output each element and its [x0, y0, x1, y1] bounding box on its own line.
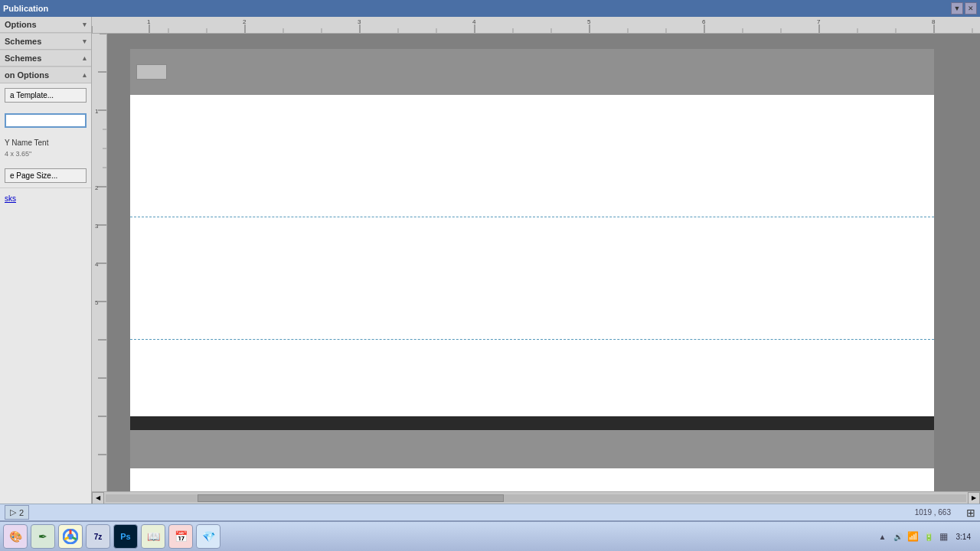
book-icon[interactable]: 📖 — [141, 524, 165, 549]
calendar-icon[interactable]: 📅 — [168, 524, 193, 549]
toolbar-placeholder — [136, 64, 167, 80]
page1-middle — [130, 217, 934, 340]
schemes1-header[interactable]: Schemes ▾ — [0, 34, 91, 50]
scrollbar-track[interactable] — [106, 494, 966, 502]
svg-text:5: 5 — [95, 299, 99, 306]
title-bar: Publication ▼ ✕ — [0, 0, 980, 17]
left-ruler-svg: 1 2 3 4 5 — [92, 34, 107, 491]
top-ruler: 1 2 3 4 5 — [92, 17, 980, 34]
system-tray: ▲ 🔊 📶 🔋 ▦ 3:14 — [874, 530, 977, 543]
svg-text:2: 2 — [95, 184, 99, 191]
svg-text:4: 4 — [95, 261, 99, 268]
svg-text:3: 3 — [95, 223, 99, 230]
page-number: 2 — [19, 508, 24, 517]
page1-top — [130, 95, 934, 217]
left-ruler: 1 2 3 4 5 — [92, 34, 107, 491]
svg-text:1: 1 — [147, 18, 151, 25]
document-content — [107, 34, 980, 491]
7zip-icon[interactable]: 7z — [86, 524, 110, 549]
paint-icon[interactable]: 🎨 — [3, 524, 28, 549]
svg-text:5: 5 — [587, 18, 591, 25]
minimize-button[interactable]: ▼ — [951, 2, 963, 15]
close-button[interactable]: ✕ — [965, 2, 977, 15]
title-bar-controls: ▼ ✕ — [951, 2, 977, 15]
title-bar-left: Publication — [3, 4, 48, 13]
app-title: Publication — [3, 4, 48, 13]
creation-options-header[interactable]: on Options ▴ — [0, 67, 91, 83]
schemes1-section: Schemes ▾ — [0, 34, 91, 51]
tasks-section: sks — [0, 188, 91, 504]
tray-network[interactable]: 📶 — [907, 530, 920, 543]
creation-options-arrow: ▴ — [83, 71, 87, 79]
svg-rect-35 — [92, 34, 107, 491]
page2-top-gray — [130, 430, 934, 468]
tray-speaker[interactable]: 🔊 — [892, 530, 904, 543]
svg-text:7: 7 — [817, 18, 821, 25]
cursor-icon: ▷ — [10, 507, 16, 517]
schemes1-arrow: ▾ — [83, 37, 87, 45]
schemes2-arrow: ▴ — [83, 54, 87, 62]
template-size-label: 4 x 3.65" — [5, 150, 87, 158]
content-area: Options ▾ Schemes ▾ Schemes ▴ — [0, 17, 980, 504]
cursor-y: 663 — [938, 508, 951, 517]
scroll-left-button[interactable]: ◀ — [92, 492, 104, 504]
status-bar: ▷ 2 1019 , 663 ⊞ — [0, 504, 980, 520]
page2-section1 — [130, 468, 934, 491]
scroll-right-button[interactable]: ▶ — [968, 492, 980, 504]
svg-text:6: 6 — [702, 18, 706, 25]
options-label: Options — [5, 20, 37, 29]
creation-options-content: a Template... Y Name Tent 4 x 3.65" e Pa… — [0, 83, 91, 187]
scrollbar-thumb[interactable] — [198, 494, 504, 502]
schemes2-label: Schemes — [5, 54, 41, 63]
pen-icon[interactable]: ✒ — [31, 524, 55, 549]
horizontal-scrollbar[interactable]: ◀ ▶ — [92, 491, 980, 504]
photoshop-icon[interactable]: Ps — [113, 524, 138, 549]
schemes2-header[interactable]: Schemes ▴ — [0, 51, 91, 67]
template-name-label: Y Name Tent — [5, 139, 87, 147]
gem-icon[interactable]: 💎 — [196, 524, 220, 549]
inner-page-area[interactable] — [107, 34, 980, 491]
svg-text:2: 2 — [243, 18, 247, 25]
main-canvas: 1 2 3 4 5 — [92, 17, 980, 504]
app-container: Publication ▼ ✕ Options ▾ Schemes ▾ — [0, 0, 980, 551]
zoom-icon[interactable]: ⊞ — [966, 507, 975, 519]
schemes2-section: Schemes ▴ — [0, 51, 91, 67]
chrome-icon[interactable] — [58, 524, 83, 549]
dashed-line-2 — [130, 339, 934, 340]
page1-bottom — [130, 340, 934, 416]
tasks-link[interactable]: sks — [5, 194, 16, 203]
schemes1-label: Schemes — [5, 37, 41, 46]
top-ruler-svg: 1 2 3 4 5 — [92, 17, 980, 34]
cursor-x: 1019 — [915, 508, 932, 517]
svg-text:4: 4 — [472, 18, 476, 25]
svg-text:8: 8 — [932, 18, 936, 25]
creation-options-section: on Options ▴ a Template... Y Name Tent 4… — [0, 67, 91, 188]
name-input[interactable] — [5, 113, 87, 128]
svg-text:3: 3 — [358, 18, 361, 25]
page-indicator[interactable]: ▷ 2 — [5, 505, 29, 520]
svg-line-59 — [64, 537, 68, 540]
svg-rect-0 — [92, 17, 980, 34]
options-header[interactable]: Options ▾ — [0, 17, 91, 33]
left-panel: Options ▾ Schemes ▾ Schemes ▴ — [0, 17, 92, 504]
template-button[interactable]: a Template... — [5, 88, 87, 103]
page-separator — [130, 416, 934, 430]
cursor-position: 1019 , 663 — [915, 508, 951, 517]
options-arrow: ▾ — [83, 21, 87, 28]
tray-up-arrow[interactable]: ▲ — [877, 530, 889, 543]
options-section: Options ▾ — [0, 17, 91, 34]
page-scroll-wrapper: 1 2 3 4 5 — [92, 34, 980, 491]
taskbar: 🎨 ✒ 7z Ps 📖 📅 💎 ▲ 🔊 📶 🔋 ▦ 3:14 — [0, 520, 980, 551]
toolbar-band — [130, 49, 934, 95]
chrome-svg — [63, 529, 78, 544]
tray-layout[interactable]: ▦ — [938, 530, 950, 543]
svg-text:1: 1 — [95, 108, 99, 115]
taskbar-clock[interactable]: 3:14 — [953, 533, 974, 541]
svg-line-58 — [72, 537, 76, 540]
creation-options-label: on Options — [5, 70, 49, 80]
page-size-button[interactable]: e Page Size... — [5, 168, 87, 183]
tray-battery[interactable]: 🔋 — [923, 530, 935, 543]
